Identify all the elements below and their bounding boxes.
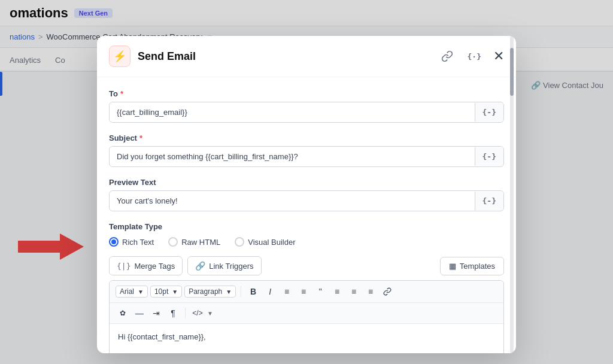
- page-background: omations Next Gen nations > WooCommerce …: [0, 0, 613, 364]
- send-email-modal: ⚡ Send Email {·} ✕: [97, 36, 516, 353]
- special-chars-button[interactable]: ✿: [116, 306, 130, 320]
- to-merge-btn[interactable]: {-}: [475, 103, 503, 122]
- modal-lightning-icon: ⚡: [109, 46, 131, 67]
- outdent-button[interactable]: ¶: [166, 306, 180, 320]
- editor-format-bar-1: Arial ▼ 10pt ▼ Paragraph ▼ B: [110, 281, 503, 303]
- to-input[interactable]: [110, 102, 475, 122]
- modal-body: To * {-} Subject *: [97, 77, 516, 353]
- indent-button[interactable]: ⇥: [149, 306, 163, 320]
- subject-field-group: Subject * {-}: [109, 134, 504, 167]
- link-triggers-button[interactable]: 🔗 Link Triggers: [187, 256, 261, 275]
- template-type-section: Template Type Rich Text Raw HTML Visu: [109, 222, 504, 247]
- subject-label: Subject *: [109, 134, 504, 142]
- radio-visual-builder-circle: [235, 237, 244, 247]
- preview-text-input[interactable]: [110, 191, 475, 211]
- link-button[interactable]: [380, 284, 394, 299]
- format-separator-2: [185, 308, 186, 318]
- template-type-radio-group: Rich Text Raw HTML Visual Builder: [109, 237, 504, 247]
- radio-visual-builder[interactable]: Visual Builder: [235, 237, 295, 247]
- code-button[interactable]: </>: [190, 306, 205, 320]
- template-type-label: Template Type: [109, 222, 504, 231]
- modal-title: Send Email: [138, 50, 432, 63]
- to-required-star: *: [120, 89, 123, 98]
- modal-header: ⚡ Send Email {·} ✕: [97, 36, 516, 77]
- format-separator-1: [241, 286, 241, 297]
- subject-required-star: *: [139, 134, 142, 142]
- modal-scrollbar[interactable]: [510, 36, 514, 353]
- preview-text-label: Preview Text: [109, 178, 504, 187]
- editor-format-bar-2: ✿ — ⇥ ¶ </> ▼: [110, 303, 503, 324]
- paragraph-select[interactable]: Paragraph ▼: [184, 286, 236, 298]
- unordered-list-button[interactable]: ≡: [280, 284, 294, 299]
- modal-overlay: ⚡ Send Email {·} ✕: [0, 0, 613, 364]
- font-size-select[interactable]: 10pt ▼: [150, 286, 182, 298]
- bold-button[interactable]: B: [246, 284, 260, 299]
- to-label: To *: [109, 89, 504, 98]
- radio-rich-text-circle: [109, 237, 119, 247]
- font-family-select[interactable]: Arial ▼: [116, 286, 148, 298]
- merge-tags-button[interactable]: {|} Merge Tags: [109, 256, 183, 275]
- blockquote-button[interactable]: ": [313, 284, 327, 299]
- subject-input-wrap: {-}: [109, 146, 504, 167]
- modal-close-button[interactable]: ✕: [493, 48, 504, 64]
- radio-rich-text[interactable]: Rich Text: [109, 237, 154, 247]
- to-field-group: To * {-}: [109, 89, 504, 123]
- subject-input[interactable]: [110, 147, 475, 166]
- align-right-button[interactable]: ≡: [363, 284, 378, 299]
- ordered-list-button[interactable]: ≡: [296, 284, 311, 299]
- modal-link-button[interactable]: [439, 48, 456, 65]
- templates-button[interactable]: ▦ Templates: [440, 257, 504, 275]
- italic-button[interactable]: I: [263, 284, 277, 299]
- preview-text-field-group: Preview Text {-}: [109, 178, 504, 211]
- subject-merge-btn[interactable]: {-}: [475, 147, 503, 166]
- editor-content[interactable]: Hi {{contact_first_name}},: [110, 324, 503, 353]
- modal-merge-button[interactable]: {·}: [465, 50, 484, 63]
- align-center-button[interactable]: ≡: [347, 284, 361, 299]
- link-triggers-icon: 🔗: [195, 261, 205, 271]
- modal-header-actions: {·} ✕: [439, 48, 504, 65]
- templates-icon: ▦: [449, 262, 456, 271]
- preview-text-merge-btn[interactable]: {-}: [475, 192, 503, 210]
- align-left-button[interactable]: ≡: [330, 284, 344, 299]
- merge-tags-icon: {|}: [117, 262, 131, 271]
- radio-raw-html-circle: [168, 237, 178, 247]
- editor-area: Arial ▼ 10pt ▼ Paragraph ▼ B: [109, 280, 504, 353]
- editor-toolbar-row: {|} Merge Tags 🔗 Link Triggers ▦ Templat…: [109, 256, 504, 275]
- radio-raw-html[interactable]: Raw HTML: [168, 237, 220, 247]
- hr-button[interactable]: —: [132, 306, 147, 320]
- code-dropdown-arrow[interactable]: ▼: [207, 310, 213, 317]
- preview-text-input-wrap: {-}: [109, 190, 504, 211]
- toolbar-left: {|} Merge Tags 🔗 Link Triggers: [109, 256, 262, 275]
- modal-scrollbar-thumb: [510, 48, 514, 96]
- to-input-wrap: {-}: [109, 102, 504, 123]
